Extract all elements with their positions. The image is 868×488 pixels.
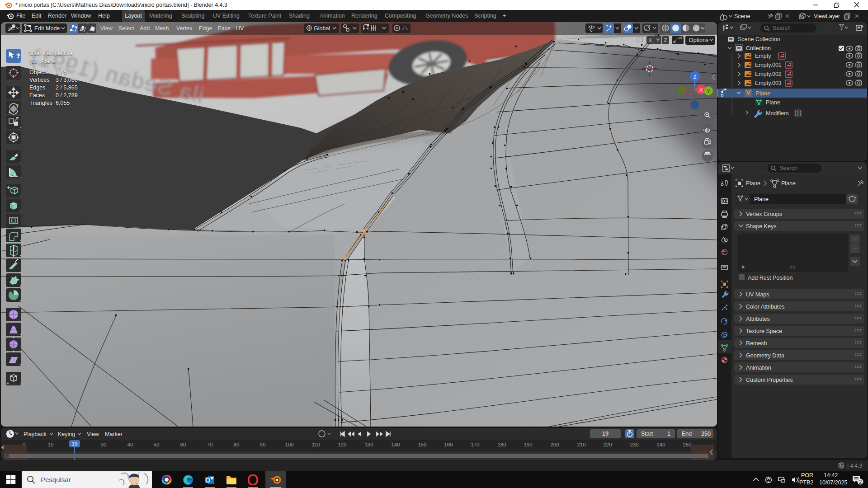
svg-text:Plane: Plane xyxy=(746,180,760,187)
svg-text:Add Rest Position: Add Rest Position xyxy=(748,275,793,281)
svg-text:190: 190 xyxy=(524,442,532,447)
svg-text:160: 160 xyxy=(444,442,453,447)
svg-text:2: 2 xyxy=(859,479,862,485)
svg-text:Select: Select xyxy=(118,25,134,32)
svg-text:Animation: Animation xyxy=(746,365,771,371)
svg-text:View: View xyxy=(87,431,99,437)
svg-text:UV: UV xyxy=(236,25,244,32)
svg-text:Geometry Data: Geometry Data xyxy=(746,352,784,359)
svg-text:140: 140 xyxy=(391,442,400,447)
svg-text:240: 240 xyxy=(656,442,665,447)
svg-text:Vertex: Vertex xyxy=(176,25,193,32)
svg-text:Plane: Plane xyxy=(766,99,780,106)
svg-text:70: 70 xyxy=(207,442,213,447)
svg-text:19: 19 xyxy=(602,431,609,437)
svg-text:180: 180 xyxy=(497,442,506,447)
svg-text:Face: Face xyxy=(218,25,231,32)
svg-text:10: 10 xyxy=(48,442,54,447)
svg-text:Shape Keys: Shape Keys xyxy=(746,223,776,230)
svg-text:Y: Y xyxy=(656,38,660,43)
svg-text:110: 110 xyxy=(312,442,320,447)
svg-text:ViewLayer: ViewLayer xyxy=(814,13,840,19)
svg-text:200: 200 xyxy=(550,442,559,447)
svg-text:130: 130 xyxy=(364,442,373,447)
svg-text:150: 150 xyxy=(418,442,426,447)
svg-text:210: 210 xyxy=(577,442,585,447)
svg-text:250: 250 xyxy=(683,442,691,447)
svg-text:View: View xyxy=(100,25,113,32)
svg-text:X: X xyxy=(699,87,703,93)
svg-text:Custom Properties: Custom Properties xyxy=(746,377,793,383)
svg-text:50: 50 xyxy=(154,442,160,447)
svg-text:Z: Z xyxy=(664,38,667,43)
svg-text:1: 1 xyxy=(667,431,670,437)
svg-text:Global: Global xyxy=(314,25,330,32)
svg-text:Keying: Keying xyxy=(58,431,75,437)
svg-text:Search: Search xyxy=(779,165,797,171)
svg-text:Plane: Plane xyxy=(781,180,796,187)
svg-text:Texture Space: Texture Space xyxy=(746,328,782,334)
svg-text:Empty.002: Empty.002 xyxy=(755,71,782,77)
svg-text:Modifiers: Modifiers xyxy=(766,110,789,117)
svg-text:Empty.001: Empty.001 xyxy=(755,62,782,68)
svg-text:250: 250 xyxy=(701,431,711,437)
svg-text:Scene: Scene xyxy=(734,13,750,19)
svg-text:Mesh: Mesh xyxy=(155,25,169,32)
svg-text:30: 30 xyxy=(101,442,107,447)
svg-text:Remesh: Remesh xyxy=(746,340,767,347)
svg-text:40: 40 xyxy=(127,442,133,447)
svg-text:170: 170 xyxy=(471,442,479,447)
svg-text:UV Maps: UV Maps xyxy=(746,291,769,298)
svg-text:Options: Options xyxy=(689,37,708,43)
svg-text:Z: Z xyxy=(693,74,697,80)
svg-text:60: 60 xyxy=(180,442,186,447)
svg-text:Edge: Edge xyxy=(199,25,212,32)
svg-text:Plane: Plane xyxy=(754,196,769,202)
svg-text:Y: Y xyxy=(707,89,710,94)
svg-text:Marker: Marker xyxy=(105,431,123,437)
svg-text:| 4.4.3: | 4.4.3 xyxy=(847,463,862,469)
svg-text:Empty: Empty xyxy=(755,53,771,59)
svg-text:X: X xyxy=(649,38,652,43)
svg-text:Scene Collection: Scene Collection xyxy=(738,36,780,42)
svg-text:Collection: Collection xyxy=(746,45,771,52)
svg-text:230: 230 xyxy=(630,442,638,447)
svg-text:Vertex Groups: Vertex Groups xyxy=(746,211,782,217)
svg-text:Plane: Plane xyxy=(756,90,770,97)
svg-text:Search: Search xyxy=(773,25,791,31)
svg-text:19: 19 xyxy=(72,441,78,446)
svg-text:90: 90 xyxy=(260,442,266,447)
svg-text:120: 120 xyxy=(338,442,346,447)
svg-text:Start: Start xyxy=(641,431,653,437)
svg-text:80: 80 xyxy=(234,442,240,447)
svg-text:Edit Mode: Edit Mode xyxy=(34,25,60,32)
svg-text:Color Attributes: Color Attributes xyxy=(746,304,784,310)
svg-text:220: 220 xyxy=(603,442,612,447)
svg-text:Attributes: Attributes xyxy=(746,316,770,322)
svg-text:End: End xyxy=(682,431,692,437)
svg-text:Playback: Playback xyxy=(24,431,47,437)
svg-text:Add: Add xyxy=(140,25,150,32)
svg-text:100: 100 xyxy=(285,442,293,447)
svg-text:Empty.003: Empty.003 xyxy=(755,80,782,86)
